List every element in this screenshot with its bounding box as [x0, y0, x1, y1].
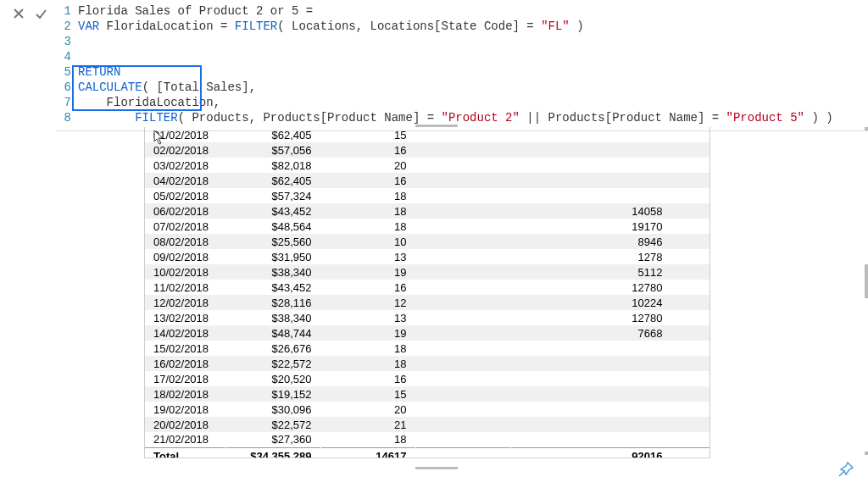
cell [415, 127, 510, 142]
table-row[interactable]: 03/02/2018$82,01820 [145, 158, 709, 173]
cell: 14058 [510, 203, 709, 219]
cell [415, 432, 510, 447]
cell [415, 310, 510, 325]
cell: 18 [320, 219, 415, 234]
cell: 05/02/2018 [145, 188, 225, 203]
code-text: Florida Sales of Product 2 or 5 = [78, 3, 313, 19]
cell: $22,572 [225, 356, 320, 371]
cell [415, 417, 510, 432]
cell [415, 280, 510, 295]
cell [415, 295, 510, 310]
cell [415, 264, 510, 280]
table-row[interactable]: 04/02/2018$62,40516 [145, 173, 709, 188]
table-row[interactable]: 11/02/2018$43,4521612780 [145, 280, 709, 295]
cell [415, 203, 510, 219]
cancel-icon[interactable] [12, 7, 25, 20]
cell: 08/02/2018 [145, 234, 225, 249]
cell: $27,360 [225, 432, 320, 447]
cell: 20 [320, 402, 415, 417]
table-row[interactable]: 19/02/2018$30,09620 [145, 402, 709, 417]
table-row[interactable]: 06/02/2018$43,4521814058 [145, 203, 709, 219]
cell [415, 341, 510, 356]
cell [510, 402, 709, 417]
table-row[interactable]: 16/02/2018$22,57218 [145, 356, 709, 371]
cell: 12780 [510, 310, 709, 325]
cell [510, 158, 709, 173]
table-row[interactable]: 08/02/2018$25,560108946 [145, 234, 709, 249]
cell [415, 188, 510, 203]
commit-icon[interactable] [34, 7, 47, 20]
cell: $62,405 [225, 127, 320, 142]
total-cell: $34,355,289 [225, 447, 320, 458]
cell: 16 [320, 173, 415, 188]
cell: 13 [320, 249, 415, 264]
cell: 03/02/2018 [145, 158, 225, 173]
resize-handle[interactable] [415, 125, 458, 127]
cell: 21/02/2018 [145, 432, 225, 447]
cell: 16 [320, 142, 415, 158]
table-row[interactable]: 01/02/2018$62,40515 [145, 127, 709, 142]
cell: 10 [320, 234, 415, 249]
cell [510, 142, 709, 158]
table-row[interactable]: 10/02/2018$38,340195112 [145, 264, 709, 280]
cell [510, 417, 709, 432]
cell: 8946 [510, 234, 709, 249]
table-row[interactable]: 20/02/2018$22,57221 [145, 417, 709, 432]
cell: $57,056 [225, 142, 320, 158]
cell: 11/02/2018 [145, 280, 225, 295]
cell: 18 [320, 341, 415, 356]
cell [510, 173, 709, 188]
table-row[interactable]: 13/02/2018$38,3401312780 [145, 310, 709, 325]
cell: $38,340 [225, 264, 320, 280]
cell: $43,452 [225, 280, 320, 295]
cell: 18 [320, 432, 415, 447]
cell: 02/02/2018 [145, 142, 225, 158]
pin-icon[interactable] [836, 459, 856, 480]
cell: 15 [320, 386, 415, 402]
data-table-visual[interactable]: 01/02/2018$62,4051502/02/2018$57,0561603… [144, 127, 710, 458]
cell [510, 371, 709, 386]
cell: $43,452 [225, 203, 320, 219]
cell: $82,018 [225, 158, 320, 173]
cell [415, 219, 510, 234]
table-row[interactable]: 14/02/2018$48,744197668 [145, 325, 709, 341]
scroll-indicator[interactable] [865, 127, 868, 130]
cell [415, 402, 510, 417]
cell: $28,116 [225, 295, 320, 310]
cell [415, 371, 510, 386]
cell: $26,676 [225, 341, 320, 356]
cell: 16 [320, 280, 415, 295]
table-row[interactable]: 17/02/2018$20,52016 [145, 371, 709, 386]
table-row[interactable]: 18/02/2018$19,15215 [145, 386, 709, 402]
cell: $22,572 [225, 417, 320, 432]
cell [415, 386, 510, 402]
cell: 16 [320, 371, 415, 386]
cell: 18/02/2018 [145, 386, 225, 402]
total-cell: 14617 [320, 447, 415, 458]
cell: $62,405 [225, 173, 320, 188]
formula-bar[interactable]: 1Florida Sales of Product 2 or 5 = 2VAR … [56, 0, 868, 131]
cell: $19,152 [225, 386, 320, 402]
scroll-indicator[interactable] [865, 452, 868, 455]
cell: 09/02/2018 [145, 249, 225, 264]
table-row[interactable]: 09/02/2018$31,950131278 [145, 249, 709, 264]
cell: $57,324 [225, 188, 320, 203]
scroll-thumb[interactable] [865, 264, 868, 298]
cell: 15 [320, 127, 415, 142]
table-row[interactable]: 15/02/2018$26,67618 [145, 341, 709, 356]
table-row[interactable]: 21/02/2018$27,36018 [145, 432, 709, 447]
cell [510, 432, 709, 447]
cell: 12/02/2018 [145, 295, 225, 310]
cell: 19170 [510, 219, 709, 234]
table-row[interactable]: 12/02/2018$28,1161210224 [145, 295, 709, 310]
table-row[interactable]: 05/02/2018$57,32418 [145, 188, 709, 203]
resize-handle[interactable] [415, 467, 458, 469]
cell: 10224 [510, 295, 709, 310]
table-row[interactable]: 02/02/2018$57,05616 [145, 142, 709, 158]
cell: 07/02/2018 [145, 219, 225, 234]
cell: 18 [320, 188, 415, 203]
table-row[interactable]: 07/02/2018$48,5641819170 [145, 219, 709, 234]
cell: 17/02/2018 [145, 371, 225, 386]
cell: 19 [320, 325, 415, 341]
cell: 18 [320, 356, 415, 371]
